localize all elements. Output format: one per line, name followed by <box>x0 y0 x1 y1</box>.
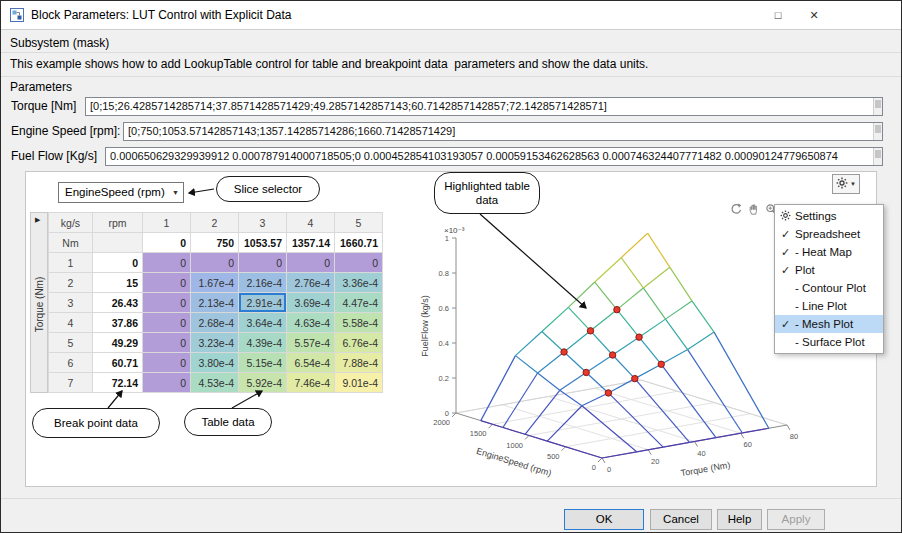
col-number-header[interactable]: 3 <box>239 213 287 233</box>
mesh-plot[interactable]: 020406080050010001500200000.20.40.60.81×… <box>418 200 808 480</box>
table-data-cell[interactable]: 6.76e-4 <box>335 333 383 353</box>
help-button[interactable]: Help <box>717 509 762 530</box>
col-number-header[interactable]: 4 <box>287 213 335 233</box>
table-data-cell[interactable]: 7.88e-4 <box>335 353 383 373</box>
cancel-button[interactable]: Cancel <box>650 509 712 530</box>
table-data-cell[interactable]: 4.63e-4 <box>287 313 335 333</box>
table-data-cell[interactable]: 2.16e-4 <box>239 273 287 293</box>
table-data-cell[interactable]: 0 <box>143 293 191 313</box>
table-data-cell[interactable]: 9.01e-4 <box>335 373 383 393</box>
col-breakpoint-cell[interactable]: 750 <box>191 233 239 253</box>
row-number-header[interactable]: 7 <box>49 373 93 393</box>
table-data-cell[interactable]: 3.80e-4 <box>191 353 239 373</box>
table-data-cell[interactable]: 0 <box>143 313 191 333</box>
row-breakpoint-cell[interactable]: 37.86 <box>93 313 143 333</box>
row-number-header[interactable]: 1 <box>49 253 93 273</box>
table-data-cell[interactable]: 0 <box>287 253 335 273</box>
table-data-cell[interactable]: 5.57e-4 <box>287 333 335 353</box>
field-scrollbar[interactable] <box>873 148 882 165</box>
table-data-cell[interactable]: 3.64e-4 <box>239 313 287 333</box>
settings-gear-button[interactable]: ▼ <box>832 174 860 194</box>
field-input-fuel-flow-kg-s[interactable]: 0.000650629329939912 0.00078791400071850… <box>105 147 883 166</box>
table-data-cell[interactable]: 7.46e-4 <box>287 373 335 393</box>
row-breakpoint-cell[interactable]: 0 <box>93 253 143 273</box>
expand-arrow-icon[interactable]: ▶ <box>35 216 40 224</box>
table-data-cell[interactable]: 4.53e-4 <box>191 373 239 393</box>
col-number-header[interactable]: 5 <box>335 213 383 233</box>
torque-axis-label: Torque (Nm) <box>34 273 45 337</box>
table-data-cell[interactable]: 5.58e-4 <box>335 313 383 333</box>
menu-item-heat-map[interactable]: ✓- Heat Map <box>775 243 883 261</box>
table-data-cell[interactable]: 5.92e-4 <box>239 373 287 393</box>
col-breakpoint-cell[interactable]: 1660.71 <box>335 233 383 253</box>
row-number-header[interactable]: 2 <box>49 273 93 293</box>
menu-item-label: Plot <box>793 264 815 276</box>
menu-item-contour-plot[interactable]: - Contour Plot <box>775 279 883 297</box>
menu-item-mesh-plot[interactable]: ✓- Mesh Plot <box>775 315 883 333</box>
table-data-cell[interactable]: 0 <box>191 253 239 273</box>
table-data-cell[interactable]: 0 <box>335 253 383 273</box>
rotate-3d-icon[interactable] <box>728 202 743 217</box>
maximize-button[interactable]: □ <box>761 1 795 29</box>
row-breakpoint-cell[interactable]: 60.71 <box>93 353 143 373</box>
mask-heading: Subsystem (mask) <box>10 36 109 50</box>
svg-text:×10⁻³: ×10⁻³ <box>444 226 465 235</box>
row-breakpoint-cell[interactable]: 26.43 <box>93 293 143 313</box>
col-breakpoint-cell[interactable]: 0 <box>143 233 191 253</box>
svg-text:0.8: 0.8 <box>439 269 449 278</box>
row-breakpoint-cell[interactable]: 49.29 <box>93 333 143 353</box>
table-data-cell[interactable]: 1.67e-4 <box>191 273 239 293</box>
row-number-header[interactable]: 3 <box>49 293 93 313</box>
field-value: [0;15;26.4285714285714;37.8571428571429;… <box>90 100 607 112</box>
field-scrollbar[interactable] <box>873 98 882 115</box>
table-data-cell[interactable]: 4.47e-4 <box>335 293 383 313</box>
pan-icon[interactable] <box>746 202 761 217</box>
table-data-cell[interactable]: 6.54e-4 <box>287 353 335 373</box>
row-number-header[interactable]: 4 <box>49 313 93 333</box>
table-data-cell[interactable]: 3.69e-4 <box>287 293 335 313</box>
svg-text:20: 20 <box>651 457 659 466</box>
row-breakpoint-cell[interactable]: 72.14 <box>93 373 143 393</box>
row-breakpoint-cell[interactable]: 15 <box>93 273 143 293</box>
table-data-cell[interactable]: 0 <box>143 333 191 353</box>
gear-icon <box>836 175 848 193</box>
close-button[interactable]: ✕ <box>797 1 831 29</box>
col-number-header[interactable]: 1 <box>143 213 191 233</box>
parameters-heading: Parameters <box>10 80 72 94</box>
menu-item-surface-plot[interactable]: - Surface Plot <box>775 333 883 351</box>
table-data-cell[interactable]: 0 <box>143 273 191 293</box>
table-data-cell[interactable]: 3.23e-4 <box>191 333 239 353</box>
table-data-cell[interactable]: 2.68e-4 <box>191 313 239 333</box>
ok-button[interactable]: OK <box>564 509 644 530</box>
table-data-cell[interactable]: 4.39e-4 <box>239 333 287 353</box>
titlebar: Block Parameters: LUT Control with Expli… <box>1 1 901 30</box>
menu-item-settings[interactable]: Settings <box>775 207 883 225</box>
field-input-engine-speed-rpm[interactable]: [0;750;1053.57142857143;1357.14285714286… <box>123 122 883 141</box>
row-number-header[interactable]: 5 <box>49 333 93 353</box>
field-input-torque-nm[interactable]: [0;15;26.4285714285714;37.8571428571429;… <box>85 97 883 116</box>
menu-item-plot[interactable]: ✓Plot <box>775 261 883 279</box>
table-data-cell[interactable]: 5.15e-4 <box>239 353 287 373</box>
table-data-cell[interactable]: 0 <box>143 373 191 393</box>
table-data-cell[interactable]: 2.76e-4 <box>287 273 335 293</box>
slice-selector-dropdown[interactable]: EngineSpeed (rpm) ▼ <box>58 182 184 203</box>
table-data-cell[interactable]: 2.91e-4 <box>239 293 287 313</box>
callout-highlighted-table-data: Highlighted table data <box>434 172 540 214</box>
svg-text:EngineSpeed (rpm): EngineSpeed (rpm) <box>475 446 553 478</box>
table-data-cell[interactable]: 3.36e-4 <box>335 273 383 293</box>
callout-table-data: Table data <box>184 408 272 436</box>
torque-axis-strip: ▶ Torque (Nm) <box>30 212 48 393</box>
table-data-cell[interactable]: 2.13e-4 <box>191 293 239 313</box>
table-data-cell[interactable]: 0 <box>143 253 191 273</box>
menu-item-line-plot[interactable]: - Line Plot <box>775 297 883 315</box>
slice-selector-value: EngineSpeed (rpm) <box>65 186 165 198</box>
menu-item-spreadsheet[interactable]: ✓Spreadsheet <box>775 225 883 243</box>
table-data-cell[interactable]: 0 <box>143 353 191 373</box>
lookup-spreadsheet[interactable]: kg/srpm12345Nm07501053.571357.141660.711… <box>48 212 383 393</box>
field-scrollbar[interactable] <box>873 123 882 140</box>
row-number-header[interactable]: 6 <box>49 353 93 373</box>
col-breakpoint-cell[interactable]: 1357.14 <box>287 233 335 253</box>
table-data-cell[interactable]: 0 <box>239 253 287 273</box>
col-number-header[interactable]: 2 <box>191 213 239 233</box>
col-breakpoint-cell[interactable]: 1053.57 <box>239 233 287 253</box>
